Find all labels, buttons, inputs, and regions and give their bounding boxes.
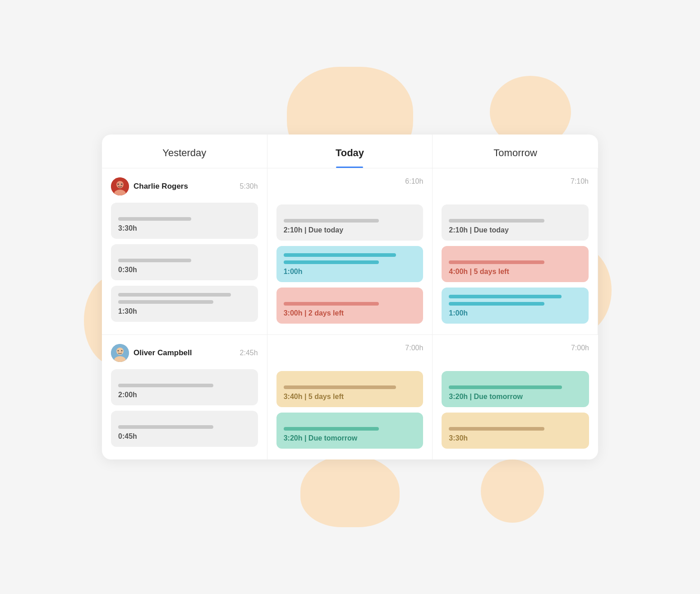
task-card[interactable]: 2:00h [111, 369, 258, 405]
person-yesterday-hours: 5:30h [240, 182, 258, 190]
task-card[interactable]: 1:00h [442, 288, 589, 324]
task-bar [449, 219, 544, 223]
task-bar [284, 385, 396, 389]
task-card[interactable]: 1:30h [111, 286, 258, 322]
task-card[interactable]: 4:00h | 5 days left [442, 246, 589, 282]
schedule-card: Yesterday Today Tomorrow Charlie Rogers5… [102, 135, 598, 459]
column-headers: Yesterday Today Tomorrow [102, 135, 598, 168]
task-card[interactable]: 3:30h [442, 413, 589, 449]
task-bar [449, 302, 544, 306]
avatar-oliver [111, 344, 129, 362]
task-card[interactable]: 3:00h | 2 days left [276, 288, 424, 324]
task-bar [284, 260, 379, 264]
yesterday-tasks-charlie: 3:30h0:30h1:30h [102, 203, 267, 333]
blob-bottom-right [481, 459, 544, 523]
tomorrow-col-charlie: 7:10h2:10h | Due today4:00h | 5 days lef… [433, 168, 598, 335]
task-label: 2:10h | Due today [449, 226, 581, 234]
col-header-today[interactable]: Today [267, 135, 433, 168]
task-bar [449, 295, 562, 298]
task-bar [118, 259, 191, 262]
task-card[interactable]: 3:40h | 5 days left [276, 371, 424, 407]
task-card[interactable]: 2:10h | Due today [442, 204, 589, 241]
task-label: 3:20h | Due tomorrow [449, 393, 582, 401]
svg-point-9 [121, 350, 123, 352]
task-card[interactable]: 3:30h [111, 203, 258, 239]
yesterday-label: Yesterday [162, 147, 206, 158]
task-bar [118, 293, 231, 297]
task-label: 2:10h | Due today [284, 226, 416, 234]
today-hours-cell: 7:00h [267, 335, 433, 371]
task-label: 2:00h [118, 391, 251, 399]
today-col-oliver: 7:00h3:40h | 5 days left3:20h | Due tomo… [267, 335, 433, 459]
task-bar [284, 219, 379, 223]
task-card[interactable]: 0:45h [111, 411, 258, 447]
today-label: Today [336, 147, 364, 158]
tomorrow-hours-cell: 7:10h [433, 168, 598, 204]
task-label: 1:30h [118, 307, 251, 316]
avatar-charlie [111, 177, 129, 195]
task-label: 3:00h | 2 days left [284, 309, 416, 317]
yesterday-col-charlie: Charlie Rogers5:30h3:30h0:30h1:30h [102, 168, 267, 335]
task-label: 3:30h [449, 434, 582, 442]
task-label: 1:00h [449, 309, 581, 317]
task-bar [449, 385, 562, 389]
tomorrow-hours-cell: 7:00h [433, 335, 598, 371]
svg-point-4 [121, 184, 123, 185]
task-label: 3:20h | Due tomorrow [284, 434, 416, 442]
tomorrow-col-oliver: 7:00h3:20h | Due tomorrow3:30h [433, 335, 598, 459]
task-card[interactable]: 3:20h | Due tomorrow [276, 413, 424, 449]
task-card[interactable]: 2:10h | Due today [276, 204, 424, 241]
task-bar [118, 384, 213, 387]
task-card[interactable]: 0:30h [111, 244, 258, 280]
task-label: 3:40h | 5 days left [284, 393, 416, 401]
task-bar [284, 427, 379, 431]
col-header-tomorrow[interactable]: Tomorrow [433, 135, 598, 168]
yesterday-tasks-oliver: 2:00h0:45h [102, 369, 267, 458]
task-label: 4:00h | 5 days left [449, 268, 581, 276]
page-wrapper: Yesterday Today Tomorrow Charlie Rogers5… [102, 80, 598, 514]
task-bar [118, 217, 191, 221]
task-label: 1:00h [284, 268, 416, 276]
schedule-body: Charlie Rogers5:30h3:30h0:30h1:30h6:10h2… [102, 168, 598, 459]
person-header: Oliver Campbell2:45h [102, 335, 267, 362]
task-label: 0:45h [118, 432, 251, 441]
today-col-charlie: 6:10h2:10h | Due today1:00h3:00h | 2 day… [267, 168, 433, 335]
blob-bottom-center [300, 455, 400, 527]
tomorrow-label: Tomorrow [493, 147, 537, 158]
task-bar [449, 260, 544, 264]
task-label: 3:30h [118, 224, 251, 232]
tomorrow-tasks-oliver: 3:20h | Due tomorrow3:30h [433, 371, 598, 459]
today-hours-cell: 6:10h [267, 168, 433, 204]
task-bar [284, 302, 379, 306]
task-bar [449, 427, 544, 431]
person-yesterday-hours: 2:45h [240, 349, 258, 357]
person-name: Charlie Rogers [134, 182, 235, 191]
task-card[interactable]: 1:00h [276, 246, 424, 282]
svg-point-8 [118, 350, 119, 352]
task-bar [118, 425, 213, 429]
person-header: Charlie Rogers5:30h [102, 168, 267, 195]
svg-point-3 [118, 184, 119, 185]
person-name: Oliver Campbell [134, 348, 235, 357]
task-card[interactable]: 3:20h | Due tomorrow [442, 371, 589, 407]
task-label: 0:30h [118, 266, 251, 274]
tomorrow-tasks-charlie: 2:10h | Due today4:00h | 5 days left1:00… [433, 204, 598, 334]
yesterday-col-oliver: Oliver Campbell2:45h2:00h0:45h [102, 335, 267, 459]
task-bar [284, 253, 396, 257]
task-bar [118, 300, 213, 304]
today-tasks-oliver: 3:40h | 5 days left3:20h | Due tomorrow [267, 371, 433, 459]
col-header-yesterday[interactable]: Yesterday [102, 135, 267, 168]
today-tasks-charlie: 2:10h | Due today1:00h3:00h | 2 days lef… [267, 204, 433, 334]
